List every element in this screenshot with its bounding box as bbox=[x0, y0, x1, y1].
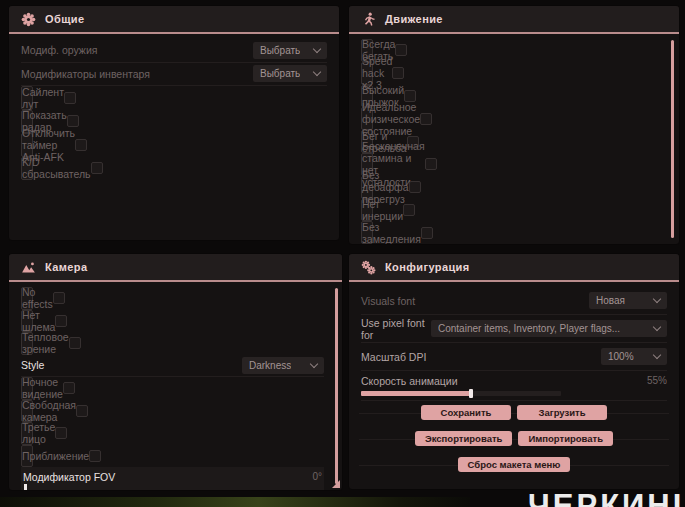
drag-value: 0° bbox=[312, 471, 322, 482]
panel-body: No effectsНет шлемаТепловое зрениеStyleD… bbox=[9, 282, 342, 491]
dropdown-value: Выбрать bbox=[260, 68, 300, 79]
dropdown[interactable]: Darkness bbox=[242, 357, 324, 374]
chevron-down-icon bbox=[313, 45, 321, 53]
row-movement-8: Без замедления bbox=[361, 221, 373, 244]
checkbox[interactable] bbox=[55, 315, 67, 327]
row-label: Скорость анимации bbox=[361, 375, 458, 387]
dropdown-value: Darkness bbox=[249, 360, 291, 371]
panel-body: Visuals fontНоваяUse pixel font forConta… bbox=[349, 282, 679, 472]
panel-header-general[interactable]: Общие bbox=[9, 6, 339, 32]
button-row: СохранитьЗагрузить bbox=[361, 405, 667, 420]
slider-header: Скорость анимации55% bbox=[361, 373, 667, 388]
checkbox[interactable] bbox=[89, 450, 101, 462]
panel-body: Всегда бегатьSpeed hack x2.3Высокий прыж… bbox=[349, 34, 679, 244]
row-camera-6: Третье лицо bbox=[21, 422, 33, 445]
row-label: Тепловое зрение bbox=[22, 331, 69, 355]
row-label: Свободная камера bbox=[22, 399, 76, 423]
checkbox[interactable] bbox=[91, 162, 103, 174]
chevron-down-icon bbox=[653, 323, 661, 331]
game-background-strip bbox=[0, 497, 470, 507]
checkbox[interactable] bbox=[63, 382, 75, 394]
row-camera-8: Модификатор FOV0° bbox=[21, 467, 324, 491]
button-3-1-0[interactable]: Экспортировать bbox=[415, 431, 512, 446]
panel-header-movement[interactable]: Движение bbox=[349, 6, 679, 32]
row-config-2: Масштаб DPI100% bbox=[361, 343, 667, 371]
slider-value: 55% bbox=[647, 375, 667, 386]
dropdown[interactable]: 100% bbox=[601, 348, 667, 365]
row-label: Нет шлема bbox=[22, 309, 55, 333]
runner-icon bbox=[361, 12, 376, 27]
checkbox[interactable] bbox=[421, 227, 433, 239]
checkbox[interactable] bbox=[392, 67, 404, 79]
drag-slider-handle[interactable] bbox=[24, 484, 27, 491]
panel-camera: КамераNo effectsНет шлемаТепловое зрение… bbox=[8, 253, 343, 491]
drag-header: Модификатор FOV0° bbox=[23, 470, 322, 483]
row-config-0: Visuals fontНовая bbox=[361, 287, 667, 315]
animation-speed-slider[interactable] bbox=[361, 391, 561, 396]
checkbox[interactable] bbox=[55, 427, 67, 439]
row-label: Модиф. оружия bbox=[21, 44, 97, 56]
row-general-2: Сайлент лут bbox=[21, 86, 33, 110]
dropdown[interactable]: Выбрать bbox=[253, 65, 327, 82]
resize-grip-icon[interactable] bbox=[332, 480, 340, 488]
panel-body: Модиф. оружияВыбратьМодификаторы инвента… bbox=[9, 34, 339, 180]
row-movement-3: Идеальное физическое состояние bbox=[361, 107, 373, 130]
chevron-down-icon bbox=[313, 68, 321, 76]
button-3-2-0[interactable]: Сброс макета меню bbox=[458, 457, 571, 472]
dropdown[interactable]: Выбрать bbox=[253, 42, 327, 59]
row-camera-1: Нет шлема bbox=[21, 310, 33, 333]
panel-header-config[interactable]: Конфигурация bbox=[349, 254, 679, 280]
row-general-4: Отключить таймер Anti-AFK bbox=[21, 133, 33, 157]
row-label: Visuals font bbox=[361, 295, 415, 307]
checkbox[interactable] bbox=[53, 292, 65, 304]
row-camera-2: Тепловое зрение bbox=[21, 332, 33, 355]
row-label: Модификатор FOV bbox=[23, 471, 115, 483]
row-general-1: Модификаторы инвентаряВыбрать bbox=[21, 63, 327, 87]
row-camera-3: StyleDarkness bbox=[21, 355, 324, 378]
row-label: Сайлент лут bbox=[22, 86, 64, 110]
checkbox[interactable] bbox=[75, 139, 87, 151]
checkbox[interactable] bbox=[395, 44, 407, 56]
panel-title: Движение bbox=[385, 13, 443, 25]
row-config-3: Скорость анимации55% bbox=[361, 371, 667, 401]
slider-fill bbox=[361, 391, 471, 396]
row-label: Ночное видение bbox=[22, 376, 63, 400]
row-movement-7: Нет инерции bbox=[361, 199, 373, 222]
image-icon bbox=[21, 260, 36, 275]
panel-title: Конфигурация bbox=[385, 261, 470, 273]
panel-title: Общие bbox=[45, 13, 85, 25]
checkbox[interactable] bbox=[420, 113, 432, 125]
chevron-down-icon bbox=[653, 295, 661, 303]
dropdown-value: Выбрать bbox=[260, 45, 300, 56]
dropdown[interactable]: Container items, Inventory, Player flags… bbox=[431, 320, 667, 337]
chevron-down-icon bbox=[653, 351, 661, 359]
checkbox[interactable] bbox=[76, 405, 88, 417]
panel-header-camera[interactable]: Камера bbox=[9, 254, 342, 280]
checkbox[interactable] bbox=[67, 115, 79, 127]
row-movement-6: Без дебаффа перегруз bbox=[361, 176, 373, 199]
row-label: Приближение bbox=[22, 450, 89, 462]
dropdown[interactable]: Новая bbox=[589, 292, 667, 309]
checkbox[interactable] bbox=[425, 158, 437, 170]
row-general-5: K/D сбрасыватель bbox=[21, 157, 33, 181]
screen: ЧЕРКИНЦЕ ОбщиеМодиф. оружияВыбратьМодифи… bbox=[0, 0, 685, 507]
scrollbar[interactable] bbox=[671, 40, 674, 238]
button-3-1-1[interactable]: Импортировать bbox=[518, 431, 613, 446]
checkbox[interactable] bbox=[409, 181, 421, 193]
scrollbar[interactable] bbox=[335, 288, 338, 484]
button-3-0-0[interactable]: Сохранить bbox=[421, 405, 511, 420]
panel-movement: ДвижениеВсегда бегатьSpeed hack x2.3Высо… bbox=[348, 5, 680, 245]
row-camera-4: Ночное видение bbox=[21, 377, 33, 400]
chevron-down-icon bbox=[310, 360, 318, 368]
row-label: K/D сбрасыватель bbox=[22, 156, 91, 180]
checkbox[interactable] bbox=[403, 204, 415, 216]
slider-handle[interactable] bbox=[469, 389, 473, 398]
gears-icon bbox=[361, 260, 376, 275]
row-movement-1: Speed hack x2.3 bbox=[361, 62, 373, 85]
panel-general: ОбщиеМодиф. оружияВыбратьМодификаторы ин… bbox=[8, 5, 340, 241]
gear-icon bbox=[21, 12, 36, 27]
button-3-0-1[interactable]: Загрузить bbox=[517, 405, 607, 420]
checkbox[interactable] bbox=[69, 337, 81, 349]
checkbox[interactable] bbox=[64, 92, 76, 104]
row-general-0: Модиф. оружияВыбрать bbox=[21, 39, 327, 63]
